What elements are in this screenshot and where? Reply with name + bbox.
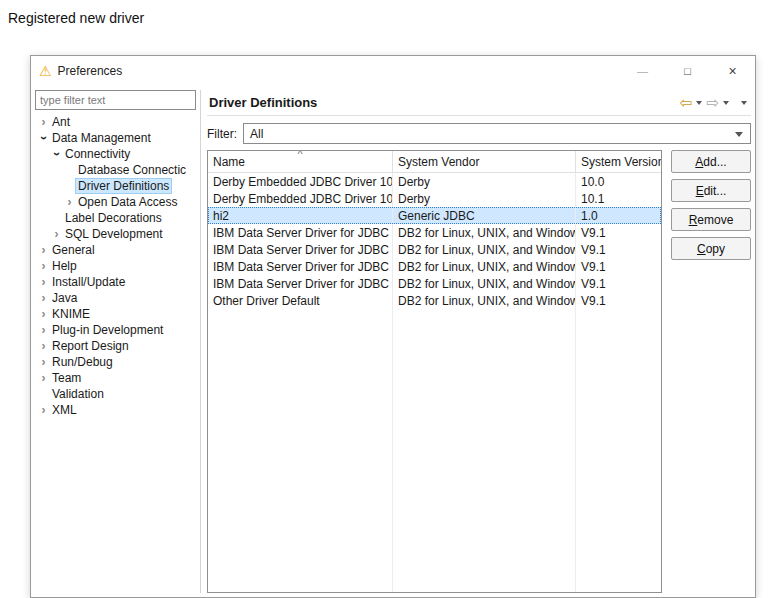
driver-cell: V9.1	[576, 241, 661, 258]
sidebar-item-general[interactable]: ›General	[35, 242, 196, 258]
page: Registered new driver ⚠ Preferences — □ …	[0, 0, 780, 598]
close-button[interactable]: ×	[710, 56, 755, 86]
driver-cell: DB2 for Linux, UNIX, and Windows	[393, 258, 576, 275]
filter-selected-value: All	[250, 127, 263, 141]
driver-cell: IBM Data Server Driver for JDBC an...	[208, 275, 393, 292]
chevron-collapsed-icon[interactable]: ›	[50, 228, 63, 240]
chevron-collapsed-icon[interactable]: ›	[37, 324, 50, 336]
sidebar-item-connectivity[interactable]: ›Connectivity	[35, 146, 196, 162]
add-button[interactable]: Add...	[671, 150, 751, 173]
filter-input[interactable]	[35, 90, 196, 110]
chevron-collapsed-icon[interactable]: ›	[37, 372, 50, 384]
driver-row-ibm-data-server-driver-for-jdbc-an[interactable]: IBM Data Server Driver for JDBC an...DB2…	[208, 224, 661, 241]
sidebar-item-knime[interactable]: ›KNIME	[35, 306, 196, 322]
chevron-collapsed-icon[interactable]: ›	[37, 260, 50, 272]
maximize-button[interactable]: □	[665, 56, 710, 86]
minimize-button[interactable]: —	[620, 56, 665, 86]
column-header-label: Name	[213, 155, 245, 169]
driver-cell: V9.1	[576, 258, 661, 275]
preferences-dialog: ⚠ Preferences — □ × ›Ant›Data Management…	[30, 55, 756, 598]
sidebar-item-label: Database Connectic	[76, 163, 188, 177]
drivers-table[interactable]: Name^System VendorSystem Version Derby E…	[207, 150, 662, 593]
column-header-label: System Version	[581, 155, 661, 169]
filter-label: Filter:	[207, 127, 237, 141]
chevron-collapsed-icon[interactable]: ›	[37, 244, 50, 256]
sidebar-item-install-update[interactable]: ›Install/Update	[35, 274, 196, 290]
driver-row-derby-embedded-jdbc-driver-10-1[interactable]: Derby Embedded JDBC Driver 10.1...Derby1…	[208, 190, 661, 207]
sidebar-item-plug-in-development[interactable]: ›Plug-in Development	[35, 322, 196, 338]
sidebar-item-label: Team	[50, 371, 83, 385]
forward-dropdown-icon[interactable]	[723, 101, 729, 105]
sidebar-item-ant[interactable]: ›Ant	[35, 114, 196, 130]
sidebar-item-run-debug[interactable]: ›Run/Debug	[35, 354, 196, 370]
sidebar-item-label: Report Design	[50, 339, 131, 353]
sidebar-item-help[interactable]: ›Help	[35, 258, 196, 274]
back-arrow-icon[interactable]: ⇦	[680, 95, 693, 110]
chevron-collapsed-icon[interactable]: ›	[37, 292, 50, 304]
history-navigation: ⇦ ⇨	[680, 95, 749, 110]
remove-button[interactable]: Remove	[671, 208, 751, 231]
chevron-collapsed-icon[interactable]: ›	[37, 340, 50, 352]
sidebar-item-label-decorations[interactable]: Label Decorations	[35, 210, 196, 226]
filter-combobox[interactable]: All	[243, 123, 751, 144]
sidebar-item-label: Connectivity	[63, 147, 132, 161]
sidebar-item-label: SQL Development	[63, 227, 165, 241]
chevron-collapsed-icon[interactable]: ›	[63, 196, 76, 208]
dialog-body: ›Ant›Data Management›ConnectivityDatabas…	[31, 86, 755, 597]
sidebar-item-driver-definitions[interactable]: Driver Definitions	[35, 178, 196, 194]
sidebar-item-java[interactable]: ›Java	[35, 290, 196, 306]
sidebar-item-label: Driver Definitions	[76, 179, 171, 193]
chevron-expanded-icon[interactable]: ›	[38, 132, 50, 145]
sidebar-item-label: General	[50, 243, 97, 257]
column-line	[393, 309, 576, 592]
sidebar-item-label: KNIME	[50, 307, 92, 321]
filter-row: Filter: All	[207, 123, 751, 144]
driver-row-ibm-data-server-driver-for-jdbc-an[interactable]: IBM Data Server Driver for JDBC an...DB2…	[208, 258, 661, 275]
title-bar[interactable]: ⚠ Preferences — □ ×	[31, 56, 755, 86]
sidebar-item-label: Install/Update	[50, 275, 127, 289]
edit-button[interactable]: Edit...	[671, 179, 751, 202]
sidebar-item-validation[interactable]: Validation	[35, 386, 196, 402]
chevron-collapsed-icon[interactable]: ›	[37, 276, 50, 288]
sidebar-item-open-data-access[interactable]: ›Open Data Access	[35, 194, 196, 210]
driver-row-ibm-data-server-driver-for-jdbc-an[interactable]: IBM Data Server Driver for JDBC an...DB2…	[208, 275, 661, 292]
sidebar-item-label: Plug-in Development	[50, 323, 165, 337]
driver-cell: DB2 for Linux, UNIX, and Windows	[393, 292, 576, 309]
sidebar-item-label: Run/Debug	[50, 355, 115, 369]
chevron-collapsed-icon[interactable]: ›	[37, 308, 50, 320]
sidebar-item-sql-development[interactable]: ›SQL Development	[35, 226, 196, 242]
sidebar-item-data-management[interactable]: ›Data Management	[35, 130, 196, 146]
sidebar-item-label: Ant	[50, 115, 72, 129]
sidebar-item-database-connectic[interactable]: Database Connectic	[35, 162, 196, 178]
table-area: Name^System VendorSystem Version Derby E…	[207, 150, 751, 593]
sidebar-item-report-design[interactable]: ›Report Design	[35, 338, 196, 354]
sidebar-item-label: Validation	[50, 387, 106, 401]
driver-cell: IBM Data Server Driver for JDBC an...	[208, 224, 393, 241]
driver-cell: 10.0	[576, 173, 661, 190]
forward-arrow-icon[interactable]: ⇨	[706, 95, 719, 110]
driver-cell: DB2 for Linux, UNIX, and Windows	[393, 224, 576, 241]
chevron-collapsed-icon[interactable]: ›	[37, 116, 50, 128]
driver-cell: Derby Embedded JDBC Driver 10.0...	[208, 173, 393, 190]
preferences-sidebar: ›Ant›Data Management›ConnectivityDatabas…	[35, 90, 201, 593]
back-dropdown-icon[interactable]	[696, 101, 702, 105]
chevron-expanded-icon[interactable]: ›	[51, 148, 63, 161]
table-empty-space	[208, 309, 661, 592]
copy-button[interactable]: Copy	[671, 237, 751, 260]
chevron-collapsed-icon[interactable]: ›	[37, 404, 50, 416]
column-header-system-version[interactable]: System Version	[576, 151, 661, 172]
sidebar-item-label: XML	[50, 403, 79, 417]
column-header-system-vendor[interactable]: System Vendor	[393, 151, 576, 172]
driver-row-other-driver-default[interactable]: Other Driver DefaultDB2 for Linux, UNIX,…	[208, 292, 661, 309]
sidebar-item-xml[interactable]: ›XML	[35, 402, 196, 418]
sidebar-item-team[interactable]: ›Team	[35, 370, 196, 386]
chevron-collapsed-icon[interactable]: ›	[37, 356, 50, 368]
view-menu-icon[interactable]	[741, 101, 747, 105]
sidebar-item-label: Label Decorations	[63, 211, 164, 225]
driver-row-ibm-data-server-driver-for-jdbc-an[interactable]: IBM Data Server Driver for JDBC an...DB2…	[208, 241, 661, 258]
page-header: Driver Definitions ⇦ ⇨	[207, 90, 751, 116]
driver-cell: DB2 for Linux, UNIX, and Windows	[393, 275, 576, 292]
driver-row-hi2[interactable]: hi2Generic JDBC1.0	[208, 207, 661, 224]
column-header-name[interactable]: Name^	[208, 151, 393, 172]
driver-row-derby-embedded-jdbc-driver-10-0[interactable]: Derby Embedded JDBC Driver 10.0...Derby1…	[208, 173, 661, 190]
